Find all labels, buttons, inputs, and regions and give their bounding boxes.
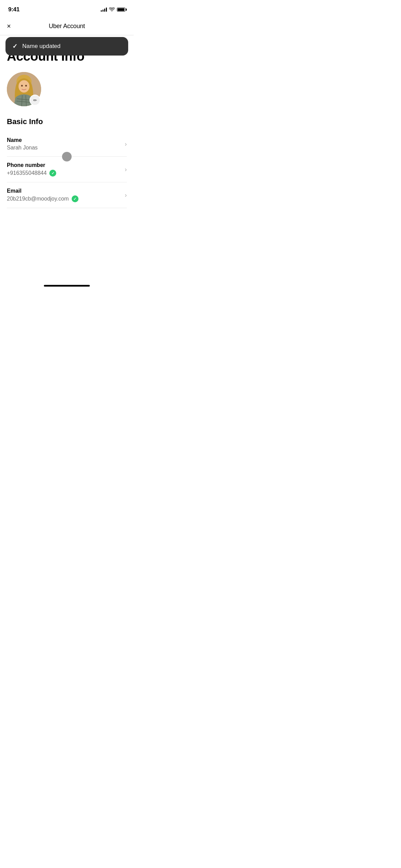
toast-notification: ✓ Name updated bbox=[5, 37, 128, 56]
svg-point-3 bbox=[19, 80, 29, 93]
phone-chevron: › bbox=[125, 166, 127, 173]
svg-point-4 bbox=[21, 85, 23, 87]
phone-row-content: Phone number +916355048844 ✓ bbox=[7, 162, 125, 177]
battery-icon bbox=[117, 8, 125, 12]
email-label: Email bbox=[7, 188, 125, 194]
svg-point-5 bbox=[25, 85, 27, 87]
row-divider-3 bbox=[7, 208, 127, 208]
name-label: Name bbox=[7, 137, 125, 143]
pencil-icon: ✏ bbox=[33, 98, 37, 103]
email-row[interactable]: Email 20b219cb@moodjoy.com ✓ › bbox=[7, 182, 127, 208]
scroll-indicator bbox=[62, 152, 72, 161]
email-row-content: Email 20b219cb@moodjoy.com ✓ bbox=[7, 188, 125, 202]
phone-verified-badge: ✓ bbox=[49, 170, 56, 177]
basic-info-section: Basic Info Name Sarah Jonas › Phone numb… bbox=[7, 117, 127, 208]
toast-check-icon: ✓ bbox=[12, 43, 17, 50]
section-title: Basic Info bbox=[7, 117, 127, 126]
signal-icon bbox=[101, 8, 107, 12]
name-chevron: › bbox=[125, 141, 127, 148]
name-value: Sarah Jonas bbox=[7, 145, 125, 151]
email-value: 20b219cb@moodjoy.com ✓ bbox=[7, 195, 125, 202]
status-bar: 9:41 bbox=[0, 0, 134, 17]
close-button[interactable]: × bbox=[7, 23, 11, 29]
main-content: Account Info bbox=[0, 49, 134, 208]
email-verified-badge: ✓ bbox=[72, 195, 78, 202]
email-chevron: › bbox=[125, 192, 127, 199]
status-icons bbox=[101, 8, 125, 12]
avatar-section: ✏ bbox=[7, 72, 41, 106]
phone-label: Phone number bbox=[7, 162, 125, 168]
status-time: 9:41 bbox=[8, 6, 20, 13]
home-indicator bbox=[44, 285, 90, 287]
nav-bar: × Uber Account bbox=[0, 17, 134, 35]
edit-avatar-button[interactable]: ✏ bbox=[29, 95, 40, 106]
name-row[interactable]: Name Sarah Jonas › bbox=[7, 132, 127, 156]
name-row-content: Name Sarah Jonas bbox=[7, 137, 125, 151]
wifi-icon bbox=[109, 8, 115, 12]
nav-title: Uber Account bbox=[49, 23, 85, 30]
phone-value: +916355048844 ✓ bbox=[7, 170, 125, 177]
toast-message: Name updated bbox=[22, 43, 61, 50]
